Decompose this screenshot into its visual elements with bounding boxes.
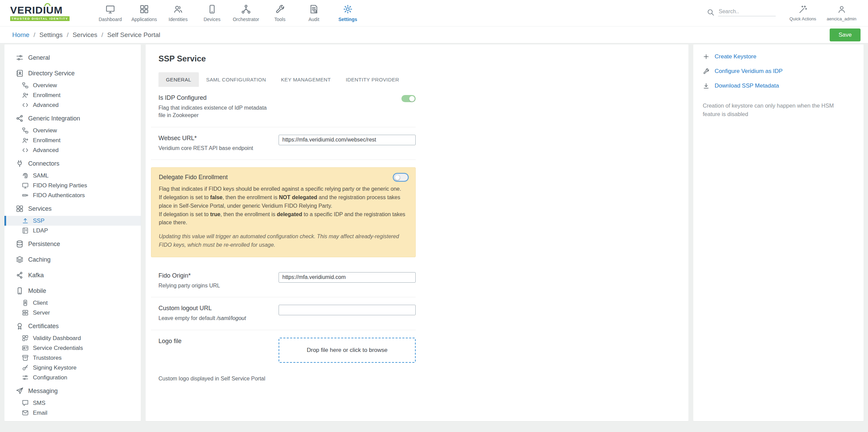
- search-input[interactable]: [718, 7, 776, 16]
- breadcrumb-home[interactable]: Home: [12, 31, 30, 39]
- sidebar-item-label: Service Credentials: [33, 345, 83, 352]
- sidebar-item-fido-authenticators[interactable]: FIDO Authenticators: [4, 190, 141, 200]
- sidebar-item-ssp[interactable]: SSP: [4, 216, 141, 226]
- ssp-icon: [22, 217, 29, 224]
- sidebar-item-generic-integration[interactable]: Generic Integration: [4, 111, 141, 126]
- integration-icon: [16, 114, 24, 123]
- sidebar-item-sms[interactable]: SMS: [4, 398, 141, 408]
- tools-icon: [275, 4, 285, 14]
- save-button[interactable]: Save: [830, 29, 861, 41]
- sidebar-item-label: Email: [33, 410, 48, 416]
- nav-item-applications[interactable]: Applications: [127, 0, 161, 26]
- breadcrumb-services[interactable]: Services: [73, 31, 97, 39]
- topbar-right-cluster: Quick Actions aencica_admin: [706, 0, 858, 26]
- sidebar-item-client[interactable]: Client: [4, 298, 141, 308]
- tab-key-management[interactable]: KEY MANAGEMENT: [273, 72, 338, 87]
- client-icon: [22, 299, 29, 306]
- sidebar-item-label: SMS: [33, 400, 45, 407]
- action-configure-veridium-as-idp[interactable]: Configure Veridium as IDP: [703, 68, 854, 75]
- sidebar-item-label: Persistence: [28, 241, 60, 248]
- sidebar-item-label: FIDO Relying Parties: [33, 182, 87, 189]
- sidebar-item-services[interactable]: Services: [4, 202, 141, 216]
- user-menu[interactable]: aencica_admin: [825, 5, 858, 21]
- tab-identity-provider[interactable]: IDENTITY PROVIDER: [338, 72, 407, 87]
- breadcrumb-settings[interactable]: Settings: [39, 31, 63, 39]
- sidebar-item-label: SAML: [33, 172, 49, 179]
- sidebar-item-kafka[interactable]: Kafka: [4, 268, 141, 282]
- idp-configured-label: Is IDP Configured: [158, 94, 270, 101]
- credentials-icon: [22, 344, 29, 352]
- sidebar-item-enrollment[interactable]: Enrollment: [4, 90, 141, 100]
- plus-icon: [703, 53, 710, 60]
- quick-actions-button[interactable]: Quick Actions: [787, 5, 819, 21]
- saml-icon: [22, 172, 29, 179]
- sidebar-item-label: Kafka: [28, 272, 44, 279]
- nav-item-identities[interactable]: Identities: [161, 0, 195, 26]
- sidebar-item-advanced[interactable]: Advanced: [4, 100, 141, 110]
- tab-saml-configuration[interactable]: SAML CONFIGURATION: [199, 72, 273, 87]
- sidebar-item-advanced[interactable]: Advanced: [4, 145, 141, 155]
- sidebar-item-connectors[interactable]: Connectors: [4, 156, 141, 171]
- sidebar-item-ldap[interactable]: LDAP: [4, 226, 141, 236]
- breadcrumb-self-service-portal: Self Service Portal: [107, 31, 160, 39]
- logo-dropzone[interactable]: Drop file here or click to browse: [279, 338, 416, 363]
- tab-general[interactable]: GENERAL: [158, 72, 199, 87]
- action-create-keystore[interactable]: Create Keystore: [703, 53, 854, 60]
- delegate-fido-description-line: If delegation is set to false, then the …: [159, 193, 408, 210]
- sidebar-item-directory-service[interactable]: Directory Service: [4, 66, 141, 80]
- nav-item-tools[interactable]: Tools: [263, 0, 297, 26]
- nav-item-audit[interactable]: Audit: [297, 0, 331, 26]
- sidebar-item-configuration[interactable]: Configuration: [4, 373, 141, 382]
- fido-rp-icon: [22, 182, 29, 189]
- custom-logout-description-prefix: Leave empty for default: [158, 315, 217, 321]
- sidebar-item-service-credentials[interactable]: Service Credentials: [4, 343, 141, 353]
- sidebar-item-overview[interactable]: Overview: [4, 126, 141, 135]
- hsm-note: Creation of keystore can only happen whe…: [703, 101, 849, 118]
- settings-sidebar: GeneralDirectory ServiceOverviewEnrollme…: [4, 44, 141, 421]
- sidebar-item-signing-keystore[interactable]: Signing Keystore: [4, 363, 141, 373]
- websec-url-input[interactable]: [279, 135, 416, 145]
- sidebar-item-truststores[interactable]: Truststores: [4, 353, 141, 363]
- sidebar-item-mobile[interactable]: Mobile: [4, 284, 141, 298]
- action-download-ssp-metadata[interactable]: Download SSP Metadata: [703, 82, 854, 89]
- sidebar-item-persistence[interactable]: Persistence: [4, 237, 141, 251]
- devices-icon: [207, 4, 217, 14]
- sidebar-item-saml[interactable]: SAML: [4, 171, 141, 181]
- sidebar-item-label: Overview: [33, 127, 57, 134]
- custom-logout-default-path: /saml/logout: [217, 315, 246, 321]
- sidebar-item-server[interactable]: Server: [4, 308, 141, 318]
- idp-configured-toggle[interactable]: [401, 95, 416, 102]
- logo-file-label: Logo file: [158, 338, 270, 345]
- sidebar-item-label: Generic Integration: [28, 115, 80, 122]
- sidebar-item-general[interactable]: General: [4, 51, 141, 65]
- sidebar-item-enrollment[interactable]: Enrollment: [4, 135, 141, 145]
- fido-origin-input[interactable]: [279, 272, 416, 283]
- kafka-icon: [16, 271, 24, 279]
- veridium-logo[interactable]: VERIDIUM TRUSTED DIGITAL IDENTITY: [10, 0, 70, 26]
- nav-item-dashboard[interactable]: Dashboard: [93, 0, 127, 26]
- sidebar-item-messaging[interactable]: Messaging: [4, 384, 141, 398]
- actions-panel: Create KeystoreConfigure Veridium as IDP…: [693, 44, 864, 421]
- custom-logout-input[interactable]: [279, 305, 416, 315]
- field-is-idp-configured: Is IDP Configured Flag that indicates ex…: [151, 87, 416, 127]
- sidebar-item-certificates[interactable]: Certificates: [4, 319, 141, 333]
- nav-item-orchestrator[interactable]: Orchestrator: [229, 0, 263, 26]
- keystore-icon: [22, 364, 29, 371]
- sidebar-item-email[interactable]: Email: [4, 408, 141, 418]
- nav-label: Settings: [338, 17, 357, 22]
- field-websec-url: Websec URL* Veridium core REST API base …: [151, 127, 416, 160]
- sidebar-item-label: Client: [33, 300, 48, 306]
- delegate-fido-toggle[interactable]: [394, 174, 408, 181]
- sidebar-item-overview[interactable]: Overview: [4, 80, 141, 90]
- nav-item-settings[interactable]: Settings: [331, 0, 365, 26]
- sidebar-item-label: Enrollment: [33, 92, 60, 99]
- sidebar-item-label: Directory Service: [28, 70, 75, 77]
- sidebar-item-fido-relying-parties[interactable]: FIDO Relying Parties: [4, 181, 141, 190]
- sidebar-item-caching[interactable]: Caching: [4, 252, 141, 267]
- fido-origin-label: Fido Origin*: [158, 272, 270, 279]
- toggle-knob: [395, 175, 400, 180]
- nav-item-devices[interactable]: Devices: [195, 0, 229, 26]
- sidebar-item-validity-dashboard[interactable]: Validity Dashboard: [4, 333, 141, 343]
- panel-actions-list: Create KeystoreConfigure Veridium as IDP…: [703, 53, 854, 89]
- search-icon[interactable]: [706, 8, 715, 16]
